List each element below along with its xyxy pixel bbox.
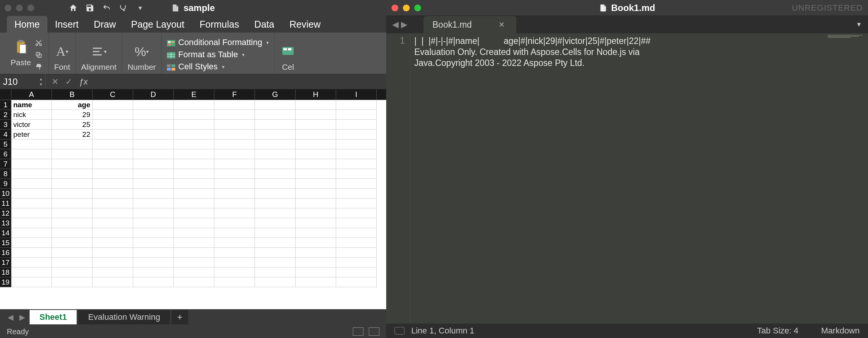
column-header[interactable]: G — [255, 89, 296, 100]
add-sheet-button[interactable]: + — [171, 310, 188, 324]
cell[interactable] — [11, 248, 52, 258]
cell[interactable] — [174, 139, 214, 149]
cell[interactable] — [93, 248, 133, 258]
cell[interactable] — [11, 199, 52, 208]
cell[interactable] — [93, 149, 133, 159]
cell[interactable] — [52, 139, 93, 149]
font-icon[interactable]: A▾ — [54, 44, 70, 59]
cell[interactable] — [255, 218, 296, 228]
cell[interactable]: age — [52, 100, 93, 110]
cell-styles-button[interactable]: Cell Styles ▾ — [167, 62, 269, 72]
cell[interactable] — [93, 139, 133, 149]
cell[interactable] — [255, 159, 296, 169]
cell[interactable]: nick — [11, 110, 52, 120]
cell[interactable] — [296, 169, 336, 179]
cell[interactable] — [52, 169, 93, 179]
cell[interactable] — [93, 258, 133, 268]
cell[interactable] — [52, 218, 93, 228]
cell[interactable] — [133, 120, 174, 130]
cell[interactable] — [255, 208, 296, 218]
tab-size-indicator[interactable]: Tab Size: 4 — [757, 326, 799, 336]
cell[interactable] — [174, 238, 214, 248]
cell[interactable] — [214, 149, 255, 159]
column-header[interactable]: H — [296, 89, 336, 100]
cell[interactable] — [296, 208, 336, 218]
language-indicator[interactable]: Markdown — [821, 326, 860, 336]
cell[interactable] — [255, 100, 296, 110]
cell[interactable] — [174, 189, 214, 199]
row-header[interactable]: 3 — [0, 120, 11, 130]
cell[interactable] — [336, 199, 377, 208]
cell[interactable] — [336, 139, 377, 149]
cell[interactable] — [133, 268, 174, 277]
row-header[interactable]: 5 — [0, 139, 11, 149]
cell[interactable] — [255, 149, 296, 159]
cell[interactable] — [133, 139, 174, 149]
cell[interactable] — [336, 149, 377, 159]
cell[interactable] — [336, 189, 377, 199]
format-painter-icon[interactable] — [35, 63, 43, 72]
sheet-nav-next-icon[interactable]: ▶ — [16, 313, 28, 322]
cell[interactable]: name — [11, 100, 52, 110]
row-header[interactable]: 16 — [0, 248, 11, 258]
save-icon[interactable] — [85, 3, 95, 13]
cell[interactable] — [133, 277, 174, 287]
tab-review[interactable]: Review — [282, 16, 328, 33]
column-header[interactable]: D — [133, 89, 174, 100]
cell[interactable] — [255, 258, 296, 268]
cell[interactable] — [296, 130, 336, 139]
panel-icon[interactable] — [395, 327, 404, 335]
cell[interactable] — [296, 189, 336, 199]
cell[interactable] — [11, 218, 52, 228]
cell[interactable] — [93, 208, 133, 218]
cell[interactable] — [296, 248, 336, 258]
fx-icon[interactable]: ƒx — [79, 77, 88, 87]
cell[interactable]: 29 — [52, 110, 93, 120]
cell[interactable] — [174, 120, 214, 130]
cell[interactable] — [52, 189, 93, 199]
cell[interactable] — [133, 130, 174, 139]
cell[interactable] — [255, 199, 296, 208]
format-as-table-button[interactable]: Format as Table ▾ — [167, 50, 269, 59]
cell[interactable] — [174, 130, 214, 139]
cell[interactable] — [52, 149, 93, 159]
cell[interactable] — [133, 238, 174, 248]
sheet-nav-prev-icon[interactable]: ◀ — [5, 313, 16, 322]
cell[interactable] — [214, 100, 255, 110]
sheet-tab-sheet1[interactable]: Sheet1 — [30, 310, 77, 324]
cell[interactable] — [11, 228, 52, 238]
row-header[interactable]: 15 — [0, 238, 11, 248]
cell[interactable] — [133, 189, 174, 199]
cell[interactable] — [336, 228, 377, 238]
cell[interactable] — [11, 258, 52, 268]
column-header[interactable]: E — [174, 89, 214, 100]
tab-data[interactable]: Data — [247, 16, 282, 33]
cell[interactable] — [336, 258, 377, 268]
cell[interactable] — [336, 277, 377, 287]
cell[interactable] — [133, 199, 174, 208]
row-header[interactable]: 1 — [0, 100, 11, 110]
cell[interactable] — [52, 268, 93, 277]
cell[interactable] — [11, 179, 52, 189]
name-box[interactable]: J10 ▲ ▼ — [0, 74, 46, 89]
select-all-corner[interactable] — [0, 89, 11, 100]
formula-input[interactable] — [94, 74, 386, 89]
normal-view-icon[interactable] — [353, 327, 363, 336]
tab-home[interactable]: Home — [7, 16, 47, 33]
cell[interactable] — [214, 258, 255, 268]
cell[interactable] — [93, 159, 133, 169]
cell[interactable] — [296, 179, 336, 189]
cell[interactable] — [11, 277, 52, 287]
cell[interactable] — [133, 179, 174, 189]
editor-text-area[interactable]: | | |#|-|-|#|name| age|#|nick|29|#|victo… — [410, 33, 826, 324]
cell[interactable] — [296, 100, 336, 110]
cell[interactable] — [133, 169, 174, 179]
cell[interactable] — [52, 258, 93, 268]
maximize-button[interactable] — [27, 5, 34, 11]
cell[interactable] — [174, 277, 214, 287]
row-header[interactable]: 10 — [0, 189, 11, 199]
stepper-up-icon[interactable]: ▲ — [37, 77, 45, 82]
cell[interactable] — [93, 228, 133, 238]
tab-draw[interactable]: Draw — [86, 16, 123, 33]
cell[interactable] — [93, 189, 133, 199]
